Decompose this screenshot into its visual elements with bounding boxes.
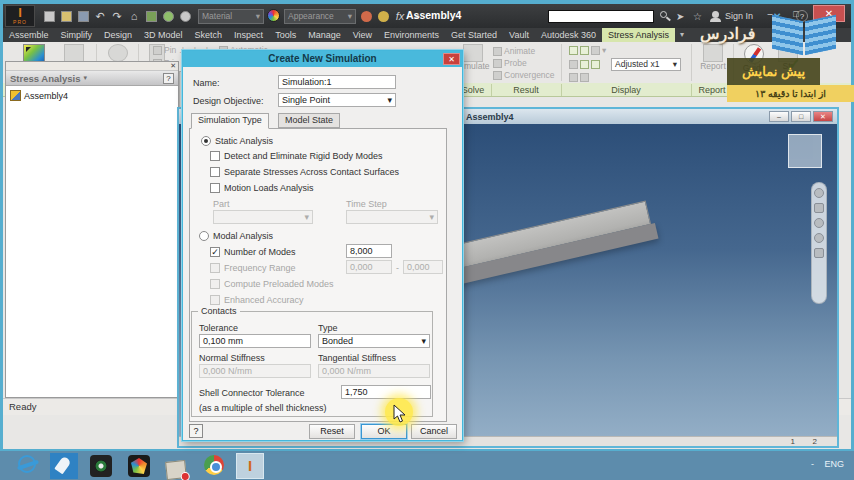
beam-part[interactable] (431, 199, 661, 298)
motion-loads-checkbox[interactable] (210, 183, 220, 193)
detect-rigid-body-checkbox[interactable] (210, 151, 220, 161)
globe-help-icon[interactable] (178, 9, 192, 23)
time-step-dropdown[interactable]: ▾ (346, 210, 438, 224)
display-probe-labels-icon[interactable] (569, 72, 591, 82)
look-at-icon[interactable] (814, 248, 824, 258)
tab-inspect[interactable]: Inspect (228, 28, 269, 42)
navigation-wheel-icon[interactable] (814, 188, 824, 198)
undo-icon[interactable]: ↶ (93, 9, 107, 23)
normal-stiffness-field[interactable]: 0,000 N/mm (199, 364, 311, 378)
doc-maximize-button[interactable]: □ (791, 111, 811, 122)
render-icon[interactable] (144, 9, 158, 23)
static-analysis-radio[interactable] (201, 136, 211, 146)
tab-autodesk-360[interactable]: Autodesk 360 (535, 28, 602, 42)
tab-design[interactable]: Design (98, 28, 138, 42)
clear-override-icon[interactable] (376, 9, 390, 23)
taskbar-tray[interactable]: - ENG (811, 459, 844, 469)
redo-icon[interactable]: ↷ (110, 9, 124, 23)
browser-help-icon[interactable]: ? (163, 73, 174, 84)
contact-type-dropdown[interactable]: Bonded ▾ (318, 334, 430, 348)
open-file-icon[interactable] (59, 9, 73, 23)
adjust-icon[interactable] (359, 9, 373, 23)
name-field[interactable]: Simulation:1 (278, 75, 396, 89)
doc-close-button[interactable]: ✕ (813, 111, 833, 122)
person-icon[interactable] (710, 11, 721, 22)
search-input[interactable] (548, 10, 654, 23)
design-objective-dropdown[interactable]: Single Point ▾ (278, 93, 396, 107)
report-button[interactable]: Report (697, 44, 729, 71)
pan-icon[interactable] (814, 203, 824, 213)
doc-minimize-button[interactable]: – (769, 111, 789, 122)
tab-view[interactable]: View (347, 28, 378, 42)
user-icon[interactable] (161, 9, 175, 23)
display-boundary-icon[interactable] (569, 59, 602, 69)
page-indicator-2[interactable]: 2 (813, 437, 817, 446)
ribbon-options-icon[interactable]: ▾ (675, 28, 689, 42)
frequency-to-field[interactable]: 0,000 (403, 260, 443, 274)
new-file-icon[interactable] (42, 9, 56, 23)
tab-simplify[interactable]: Simplify (55, 28, 99, 42)
navigation-bar[interactable] (811, 182, 827, 304)
taskbar-recorder-icon[interactable] (50, 453, 78, 479)
taskbar-inventor-icon[interactable]: I (236, 453, 264, 479)
dialog-title[interactable]: Create New Simulation (183, 51, 462, 67)
select-arrow-icon[interactable]: ➤ (676, 10, 684, 24)
tree-item-assembly[interactable]: Assembly4 (10, 90, 68, 101)
pin-constraint-button[interactable]: Pin (153, 45, 176, 55)
tab-sketch[interactable]: Sketch (189, 28, 229, 42)
tangential-stiffness-field[interactable]: 0,000 N/mm (318, 364, 430, 378)
browser-header[interactable]: Stress Analysis ▾ ? (6, 71, 178, 86)
tab-manage[interactable]: Manage (302, 28, 347, 42)
taskbar-photo-app-icon[interactable] (128, 455, 150, 477)
taskbar-ie-icon[interactable] (18, 455, 40, 477)
display-contour-icon[interactable]: ▾ (569, 45, 606, 55)
sign-in-button[interactable]: Sign In (725, 11, 753, 21)
animate-button[interactable]: Animate (493, 46, 535, 56)
view-cube[interactable] (788, 134, 822, 168)
panel-label-result[interactable]: Result (513, 85, 539, 95)
number-of-modes-field[interactable]: 8,000 (346, 244, 392, 258)
tab-model-state[interactable]: Model State (278, 113, 340, 128)
taskbar-screenshot-app-icon[interactable] (166, 455, 188, 477)
part-dropdown[interactable]: ▾ (213, 210, 313, 224)
favorites-star-icon[interactable]: ☆ (693, 10, 702, 24)
tab-assemble[interactable]: Assemble (3, 28, 55, 42)
orbit-icon[interactable] (814, 233, 824, 243)
home-icon[interactable]: ⌂ (127, 9, 141, 23)
material-combo[interactable]: Material ▾ (198, 9, 264, 24)
panel-label-display[interactable]: Display (611, 85, 641, 95)
panel-label-solve[interactable]: Solve (462, 85, 485, 95)
language-indicator[interactable]: ENG (824, 459, 844, 469)
taskbar-chrome-icon[interactable] (204, 455, 226, 477)
displacement-scale-dropdown[interactable]: Adjusted x1 ▾ (611, 58, 681, 71)
shell-connector-field[interactable]: 1,750 (341, 385, 431, 399)
zoom-icon[interactable] (814, 218, 824, 228)
tab-vault[interactable]: Vault (503, 28, 535, 42)
dialog-help-button[interactable]: ? (189, 424, 203, 438)
tab-environments[interactable]: Environments (378, 28, 445, 42)
cancel-button[interactable]: Cancel (411, 424, 457, 439)
modal-analysis-radio[interactable] (199, 231, 209, 241)
browser-close-icon[interactable]: ✕ (170, 62, 176, 70)
inventor-logo[interactable]: I PRO (5, 5, 35, 27)
tab-get-started[interactable]: Get Started (445, 28, 503, 42)
tolerance-field[interactable]: 0,100 mm (199, 334, 311, 348)
separate-stresses-checkbox[interactable] (210, 167, 220, 177)
frequency-range-checkbox[interactable] (210, 263, 220, 273)
enhanced-accuracy-checkbox[interactable] (210, 295, 220, 305)
tab-tools[interactable]: Tools (269, 28, 302, 42)
tab-3d-model[interactable]: 3D Model (138, 28, 189, 42)
search-icon[interactable] (660, 11, 671, 20)
dialog-close-button[interactable]: ✕ (443, 53, 460, 65)
fx-parameters-icon[interactable]: fx (393, 9, 407, 23)
appearance-combo[interactable]: Appearance ▾ (284, 9, 356, 24)
number-of-modes-checkbox[interactable]: ✓ (210, 247, 220, 257)
frequency-from-field[interactable]: 0,000 (346, 260, 392, 274)
page-indicator-1[interactable]: 1 (791, 437, 795, 446)
compute-preloaded-checkbox[interactable] (210, 279, 220, 289)
reset-button[interactable]: Reset (309, 424, 355, 439)
probe-button[interactable]: Probe (493, 58, 527, 68)
taskbar-camera-app-icon[interactable] (90, 455, 112, 477)
color-wheel-icon[interactable] (267, 9, 281, 23)
tab-simulation-type[interactable]: Simulation Type (191, 113, 269, 129)
